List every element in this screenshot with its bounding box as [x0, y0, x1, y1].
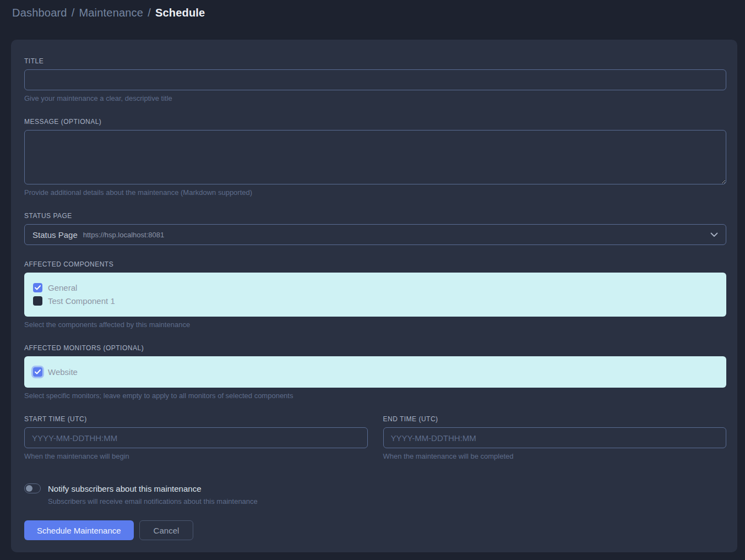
component-option-row[interactable]: General — [33, 281, 717, 294]
breadcrumb-separator: / — [143, 7, 155, 19]
component-option-label: Test Component 1 — [48, 296, 115, 306]
cancel-button[interactable]: Cancel — [139, 520, 194, 540]
end-time-helper: When the maintenance will be completed — [383, 452, 727, 460]
status-page-selected-url: https://hsp.localhost:8081 — [83, 231, 164, 239]
start-time-label: START TIME (UTC) — [24, 415, 368, 423]
schedule-maintenance-button[interactable]: Schedule Maintenance — [24, 520, 134, 540]
message-label: MESSAGE (OPTIONAL) — [24, 118, 726, 126]
affected-monitors-panel: Website — [24, 356, 726, 388]
status-page-label: STATUS PAGE — [24, 212, 726, 220]
title-label: TITLE — [24, 57, 726, 65]
status-page-group: STATUS PAGE Status Page https://hsp.loca… — [24, 212, 726, 245]
breadcrumb: Dashboard/Maintenance/Schedule — [12, 7, 733, 19]
toggle-knob-icon — [26, 485, 32, 492]
topbar: Dashboard/Maintenance/Schedule — [0, 0, 745, 26]
affected-components-label: AFFECTED COMPONENTS — [24, 260, 726, 268]
affected-components-group: AFFECTED COMPONENTS General — [24, 260, 726, 329]
breadcrumb-link-dashboard[interactable]: Dashboard — [12, 7, 67, 19]
affected-monitors-helper: Select specific monitors; leave empty to… — [24, 392, 726, 400]
notify-toggle-label: Notify subscribers about this maintenanc… — [48, 484, 201, 493]
time-fields-row: START TIME (UTC) When the maintenance wi… — [24, 415, 726, 460]
affected-components-helper: Select the components affected by this m… — [24, 320, 726, 329]
start-time-group: START TIME (UTC) When the maintenance wi… — [24, 415, 368, 460]
breadcrumb-current-schedule: Schedule — [155, 7, 205, 19]
end-time-input[interactable] — [383, 427, 727, 448]
notify-toggle[interactable] — [24, 483, 41, 493]
status-page-select[interactable]: Status Page https://hsp.localhost:8081 — [24, 224, 726, 245]
notify-toggle-row: Notify subscribers about this maintenanc… — [24, 483, 726, 493]
component-checkbox[interactable] — [33, 283, 42, 292]
end-time-group: END TIME (UTC) When the maintenance will… — [383, 415, 727, 460]
message-group: MESSAGE (OPTIONAL) Provide additional de… — [24, 118, 726, 197]
monitor-option-label: Website — [48, 367, 78, 377]
message-textarea[interactable] — [24, 130, 726, 184]
component-option-label: General — [48, 283, 77, 292]
title-input[interactable] — [24, 69, 726, 90]
end-time-label: END TIME (UTC) — [383, 415, 727, 423]
message-helper: Provide additional details about the mai… — [24, 188, 726, 197]
affected-monitors-group: AFFECTED MONITORS (OPTIONAL) Website Sel… — [24, 344, 726, 400]
form-actions: Schedule Maintenance Cancel — [24, 520, 726, 540]
monitor-checkbox[interactable] — [33, 367, 42, 377]
component-option-row[interactable]: Test Component 1 — [33, 294, 717, 307]
notify-section: Notify subscribers about this maintenanc… — [24, 483, 726, 505]
chevron-down-icon — [710, 232, 718, 237]
notify-helper: Subscribers will receive email notificat… — [48, 497, 726, 505]
affected-monitors-label: AFFECTED MONITORS (OPTIONAL) — [24, 344, 726, 352]
status-page-selected-name: Status Page — [32, 230, 78, 240]
component-checkbox[interactable] — [33, 296, 42, 306]
title-group: TITLE Give your maintenance a clear, des… — [24, 57, 726, 102]
monitor-option-row[interactable]: Website — [33, 365, 717, 378]
affected-components-panel: General Test Component 1 — [24, 273, 726, 317]
breadcrumb-separator: / — [67, 7, 79, 19]
breadcrumb-link-maintenance[interactable]: Maintenance — [79, 7, 143, 19]
schedule-maintenance-form-card: TITLE Give your maintenance a clear, des… — [11, 40, 737, 552]
start-time-helper: When the maintenance will begin — [24, 452, 368, 460]
title-helper: Give your maintenance a clear, descripti… — [24, 94, 726, 102]
start-time-input[interactable] — [24, 427, 368, 448]
